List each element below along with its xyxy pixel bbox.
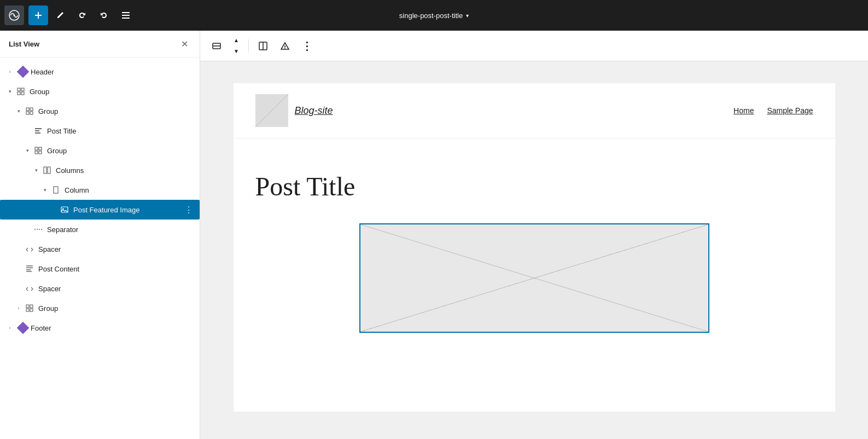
sidebar: List View ✕ › Header ▾ Group ▾ — [0, 31, 200, 439]
post-area: Post Title — [234, 138, 835, 355]
site-header: Blog-site Home Sample Page — [234, 83, 835, 138]
columns-icon — [42, 165, 53, 176]
add-block-button[interactable] — [28, 5, 48, 25]
site-name[interactable]: Blog-site — [295, 105, 333, 117]
chevron-right-icon: › — [4, 322, 15, 333]
featured-image-placeholder[interactable] — [359, 223, 709, 333]
layout-button[interactable] — [253, 36, 273, 56]
nav-sample-page[interactable]: Sample Page — [767, 106, 813, 115]
svg-rect-5 — [122, 15, 130, 16]
wp-logo[interactable] — [4, 5, 24, 25]
site-logo — [255, 94, 288, 127]
svg-rect-35 — [30, 309, 33, 311]
svg-rect-6 — [122, 18, 130, 19]
column-icon — [50, 184, 61, 195]
chevron-down-icon: ▾ — [4, 86, 15, 97]
edit-button[interactable] — [50, 5, 70, 25]
svg-rect-19 — [39, 147, 42, 150]
group-icon — [33, 145, 44, 156]
nav-home[interactable]: Home — [733, 106, 754, 115]
svg-point-26 — [62, 208, 63, 209]
more-options-button[interactable]: ⋮ — [297, 36, 317, 56]
svg-rect-30 — [26, 269, 31, 270]
sidebar-item-columns[interactable]: ▾ Columns — [0, 160, 200, 180]
svg-rect-16 — [35, 130, 39, 131]
group-icon — [15, 86, 26, 97]
sidebar-item-group1[interactable]: ▾ Group — [0, 82, 200, 101]
svg-rect-7 — [18, 88, 20, 91]
item-options-button[interactable]: ⋮ — [182, 203, 195, 216]
template-name[interactable]: single-post-post-title ▾ — [399, 11, 469, 20]
svg-rect-4 — [122, 12, 130, 13]
svg-rect-22 — [44, 167, 46, 174]
svg-rect-24 — [54, 187, 58, 193]
svg-rect-20 — [35, 151, 38, 154]
chevron-down-icon: ▾ — [13, 106, 24, 117]
sidebar-item-post-content[interactable]: › Post Content — [0, 259, 200, 279]
align-button[interactable] — [207, 36, 226, 56]
tree: › Header ▾ Group ▾ Group — [0, 57, 200, 342]
move-down-button[interactable]: ▼ — [229, 47, 244, 56]
sidebar-item-spacer2[interactable]: › Spacer — [0, 279, 200, 298]
sidebar-item-group3[interactable]: ▾ Group — [0, 141, 200, 160]
svg-rect-3 — [35, 15, 42, 16]
separator-icon — [33, 224, 44, 235]
sidebar-item-separator[interactable]: › Separator — [0, 220, 200, 239]
svg-rect-23 — [48, 167, 50, 174]
sidebar-item-header[interactable]: › Header — [0, 62, 200, 82]
template-chevron-icon: ▾ — [466, 13, 469, 19]
header-diamond-icon — [17, 66, 30, 78]
post-title: Post Title — [255, 171, 813, 201]
sidebar-item-group4[interactable]: › Group — [0, 298, 200, 318]
move-up-button[interactable]: ▲ — [229, 36, 244, 45]
site-nav: Home Sample Page — [733, 106, 813, 115]
text-icon — [33, 125, 44, 136]
post-content-icon — [24, 263, 35, 274]
svg-rect-18 — [35, 147, 38, 150]
featured-image-container — [255, 223, 813, 333]
svg-rect-31 — [26, 271, 32, 272]
sidebar-item-footer[interactable]: › Footer — [0, 318, 200, 338]
svg-rect-14 — [30, 112, 33, 114]
group-icon — [24, 303, 35, 314]
toolbar-divider — [248, 39, 249, 53]
chevron-down-icon: ▾ — [39, 184, 50, 195]
canvas-inner: Blog-site Home Sample Page Post Title — [234, 83, 835, 412]
close-sidebar-button[interactable]: ✕ — [178, 37, 191, 50]
list-view-button[interactable] — [116, 5, 136, 25]
group-icon — [24, 106, 35, 117]
svg-rect-28 — [26, 265, 33, 267]
move-up-down-group: ▲ ▼ — [229, 36, 244, 56]
placeholder-svg — [360, 224, 708, 332]
svg-rect-17 — [35, 132, 40, 134]
sidebar-item-post-title[interactable]: › Post Title — [0, 121, 200, 141]
svg-line-42 — [360, 224, 708, 332]
svg-rect-10 — [21, 92, 24, 95]
top-toolbar: single-post-post-title ▾ — [0, 0, 868, 31]
svg-rect-21 — [39, 151, 42, 154]
spacer-icon — [24, 283, 35, 294]
svg-point-1 — [14, 15, 15, 16]
chevron-down-icon: ▾ — [22, 145, 33, 156]
chevron-right-icon: › — [13, 303, 24, 314]
svg-point-41 — [284, 48, 286, 49]
svg-rect-34 — [26, 309, 29, 311]
svg-rect-8 — [21, 88, 24, 91]
footer-diamond-icon — [17, 322, 30, 334]
svg-rect-15 — [35, 128, 42, 129]
svg-rect-13 — [26, 112, 29, 114]
undo-button[interactable] — [72, 5, 92, 25]
svg-rect-11 — [26, 108, 29, 111]
sidebar-item-group2[interactable]: ▾ Group — [0, 101, 200, 121]
redo-button[interactable] — [94, 5, 114, 25]
chevron-down-icon: ▾ — [31, 165, 42, 176]
sidebar-item-spacer1[interactable]: › Spacer — [0, 239, 200, 259]
image-icon — [59, 204, 70, 215]
editor-area: ▲ ▼ ⋮ Blog-site — [200, 31, 868, 439]
svg-rect-33 — [30, 305, 33, 308]
sidebar-item-post-featured-image[interactable]: › Post Featured Image ⋮ — [0, 200, 200, 220]
warning-button[interactable] — [275, 36, 295, 56]
main-layout: List View ✕ › Header ▾ Group ▾ — [0, 31, 868, 439]
sidebar-item-column[interactable]: ▾ Column — [0, 180, 200, 200]
sidebar-title: List View — [9, 40, 39, 48]
